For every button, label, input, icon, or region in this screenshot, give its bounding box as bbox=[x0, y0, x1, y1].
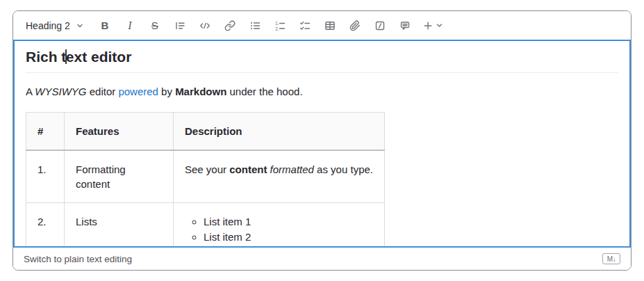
desc-italic-text: formatted bbox=[270, 163, 314, 175]
table-header-number: # bbox=[26, 113, 65, 151]
table-icon bbox=[324, 20, 336, 31]
plus-icon bbox=[422, 20, 434, 31]
code-icon bbox=[199, 20, 210, 31]
comment-button[interactable] bbox=[393, 15, 418, 37]
ordered-list-button[interactable]: 1. 2. bbox=[267, 15, 292, 37]
switch-to-plain-text-link[interactable]: Switch to plain text editing bbox=[24, 254, 132, 264]
quick-action-button[interactable] bbox=[368, 15, 393, 37]
feature-cell: Lists bbox=[65, 203, 174, 248]
desc-text: See your bbox=[185, 163, 229, 175]
list-item: List item 2 bbox=[204, 230, 373, 245]
bullet-list-icon bbox=[249, 20, 261, 31]
intro-paragraph: A WYSIWYG editor powered by Markdown und… bbox=[26, 84, 618, 99]
italic-icon: I bbox=[128, 20, 131, 31]
row-number-cell: 2. bbox=[26, 203, 65, 248]
code-button[interactable] bbox=[192, 15, 217, 37]
row-number-cell: 1. bbox=[26, 150, 65, 203]
bullet-list-button[interactable] bbox=[242, 15, 267, 37]
intro-text: under the hood. bbox=[226, 86, 302, 97]
chevron-down-icon bbox=[436, 22, 443, 29]
table-header-features: Features bbox=[65, 113, 174, 151]
desc-text: as you type. bbox=[314, 163, 373, 175]
quick-action-icon bbox=[374, 20, 386, 31]
table-button[interactable] bbox=[317, 15, 342, 37]
link-button[interactable] bbox=[217, 15, 242, 37]
editor-toolbar: Heading 2 B I S bbox=[13, 11, 631, 40]
list-item: List item 1 bbox=[204, 214, 373, 230]
feature-cell: Formatting content bbox=[65, 150, 174, 203]
desc-bold-text: content bbox=[229, 163, 267, 175]
attachment-button[interactable] bbox=[342, 15, 368, 37]
document-heading: Rich text editor bbox=[26, 49, 618, 73]
comment-icon bbox=[399, 20, 411, 31]
quote-button[interactable] bbox=[167, 15, 192, 37]
table-row: 1. Formatting content See your content f… bbox=[26, 150, 385, 203]
markdown-badge[interactable]: M↓ bbox=[602, 253, 620, 264]
attachment-icon bbox=[349, 20, 361, 31]
heading-text-after-caret: ext editor bbox=[66, 49, 132, 65]
powered-link[interactable]: powered bbox=[118, 86, 158, 97]
more-options-button[interactable] bbox=[418, 15, 448, 37]
editor-footer: Switch to plain text editing M↓ bbox=[13, 248, 631, 270]
intro-italic-text: WYSIWYG bbox=[35, 86, 86, 97]
task-list-button[interactable] bbox=[292, 15, 317, 37]
text-style-label: Heading 2 bbox=[26, 20, 70, 31]
italic-button[interactable]: I bbox=[117, 15, 142, 37]
text-style-dropdown[interactable]: Heading 2 bbox=[20, 15, 88, 37]
strikethrough-button[interactable]: S bbox=[142, 15, 167, 37]
link-icon bbox=[224, 20, 236, 31]
description-cell: See your content formatted as you type. bbox=[174, 150, 385, 203]
svg-text:2.: 2. bbox=[275, 26, 279, 31]
intro-text: by bbox=[158, 86, 175, 97]
strikethrough-icon: S bbox=[151, 20, 158, 31]
bold-icon: B bbox=[101, 20, 108, 31]
bold-button[interactable]: B bbox=[92, 15, 117, 37]
table-row: 2. Lists List item 1 List item 2 bbox=[26, 203, 385, 248]
svg-text:1.: 1. bbox=[275, 21, 279, 26]
chevron-down-icon bbox=[76, 22, 84, 30]
heading-text-before-caret: Rich t bbox=[26, 49, 66, 65]
quote-icon bbox=[174, 20, 185, 31]
intro-text: editor bbox=[87, 86, 119, 97]
task-list-icon bbox=[299, 20, 311, 31]
intro-text: A bbox=[26, 86, 35, 97]
table-header-row: # Features Description bbox=[26, 113, 385, 151]
description-cell: List item 1 List item 2 bbox=[174, 203, 385, 248]
features-table: # Features Description 1. Formatting con… bbox=[26, 112, 385, 248]
editor-content-area[interactable]: Rich text editor A WYSIWYG editor powere… bbox=[13, 40, 631, 248]
bullet-list: List item 1 List item 2 bbox=[185, 214, 373, 245]
table-header-description: Description bbox=[174, 113, 385, 151]
ordered-list-icon: 1. 2. bbox=[274, 20, 286, 31]
rich-text-editor-widget: Heading 2 B I S bbox=[13, 10, 631, 271]
intro-bold-text: Markdown bbox=[175, 86, 226, 97]
